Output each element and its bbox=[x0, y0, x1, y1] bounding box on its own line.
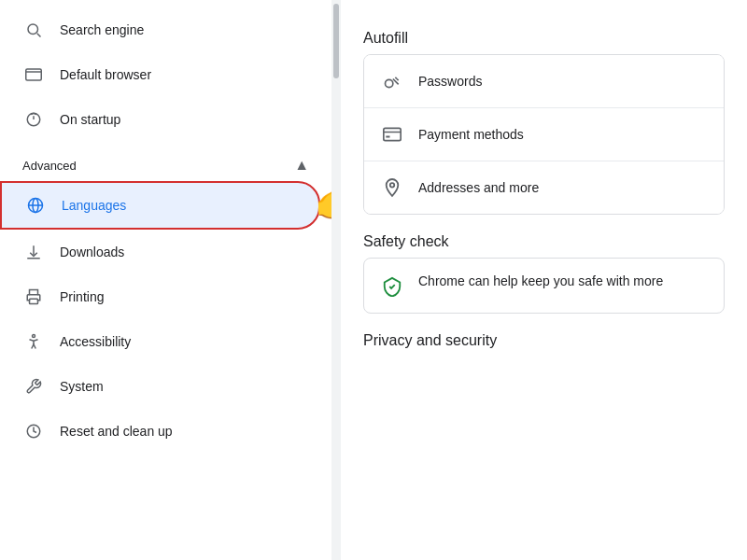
payment-methods-label: Payment methods bbox=[418, 127, 524, 142]
addresses-label: Addresses and more bbox=[418, 180, 539, 195]
key-icon bbox=[379, 68, 405, 94]
sidebar-item-label: Languages bbox=[62, 198, 126, 213]
addresses-item[interactable]: Addresses and more bbox=[364, 161, 724, 214]
svg-rect-2 bbox=[26, 69, 42, 80]
svg-point-0 bbox=[28, 24, 38, 35]
sidebar-item-printing[interactable]: Printing bbox=[0, 274, 320, 319]
reset-icon bbox=[22, 420, 45, 442]
shield-check-icon bbox=[379, 273, 405, 300]
payment-icon bbox=[379, 121, 405, 147]
svg-point-13 bbox=[386, 79, 393, 87]
sidebar-item-search-engine[interactable]: Search engine bbox=[0, 7, 320, 52]
sidebar-item-label: On startup bbox=[60, 112, 120, 127]
sidebar-item-label: Reset and clean up bbox=[60, 424, 173, 439]
svg-line-1 bbox=[37, 34, 41, 37]
location-pin-icon bbox=[379, 175, 405, 201]
advanced-section-header[interactable]: Advanced ▲ bbox=[0, 142, 331, 181]
privacy-section-title: Privacy and security bbox=[363, 332, 725, 349]
sidebar-item-label: Downloads bbox=[60, 245, 124, 259]
accessibility-icon bbox=[22, 330, 45, 353]
sidebar-item-label: Printing bbox=[60, 289, 104, 304]
autofill-section-title: Autofill bbox=[363, 30, 725, 47]
startup-icon bbox=[22, 108, 45, 131]
sidebar-item-reset[interactable]: Reset and clean up bbox=[0, 409, 320, 454]
scrollbar-track[interactable] bbox=[331, 0, 341, 560]
browser-icon bbox=[22, 63, 45, 86]
svg-point-11 bbox=[33, 335, 35, 338]
autofill-card-group: Passwords Payment methods Addresses and … bbox=[363, 54, 725, 215]
sidebar-item-accessibility[interactable]: Accessibility bbox=[0, 319, 320, 364]
sidebar: Search engine Default browser On startup… bbox=[0, 0, 331, 560]
sidebar-item-on-startup[interactable]: On startup bbox=[0, 97, 320, 142]
system-icon bbox=[22, 375, 45, 398]
print-icon bbox=[22, 286, 45, 308]
main-content: Autofill Passwords Payment m bbox=[341, 0, 747, 560]
passwords-item[interactable]: Passwords bbox=[364, 55, 724, 108]
safety-check-title: Safety check bbox=[363, 233, 725, 250]
svg-point-17 bbox=[390, 183, 395, 188]
svg-rect-14 bbox=[384, 128, 401, 140]
svg-rect-9 bbox=[30, 299, 38, 303]
sidebar-item-default-browser[interactable]: Default browser bbox=[0, 52, 320, 97]
sidebar-item-label: Accessibility bbox=[60, 334, 131, 349]
safety-check-card[interactable]: Chrome can help keep you safe with more bbox=[363, 258, 725, 314]
download-icon bbox=[22, 241, 45, 263]
sidebar-item-languages[interactable]: Languages 👉 bbox=[0, 181, 320, 230]
safety-check-text: Chrome can help keep you safe with more bbox=[418, 272, 663, 291]
sidebar-item-label: Default browser bbox=[60, 67, 151, 82]
svg-rect-10 bbox=[30, 290, 38, 295]
scrollbar-thumb[interactable] bbox=[333, 4, 339, 78]
sidebar-item-system[interactable]: System bbox=[0, 364, 320, 409]
search-icon bbox=[22, 19, 45, 41]
sidebar-item-label: System bbox=[60, 379, 104, 394]
payment-methods-item[interactable]: Payment methods bbox=[364, 108, 724, 161]
passwords-label: Passwords bbox=[418, 74, 482, 89]
chevron-up-icon: ▲ bbox=[294, 157, 309, 174]
sidebar-item-downloads[interactable]: Downloads bbox=[0, 230, 320, 274]
sidebar-item-label: Search engine bbox=[60, 22, 144, 37]
advanced-label: Advanced bbox=[22, 159, 77, 173]
hand-pointer-icon: 👉 bbox=[314, 179, 331, 228]
globe-icon bbox=[24, 194, 47, 217]
